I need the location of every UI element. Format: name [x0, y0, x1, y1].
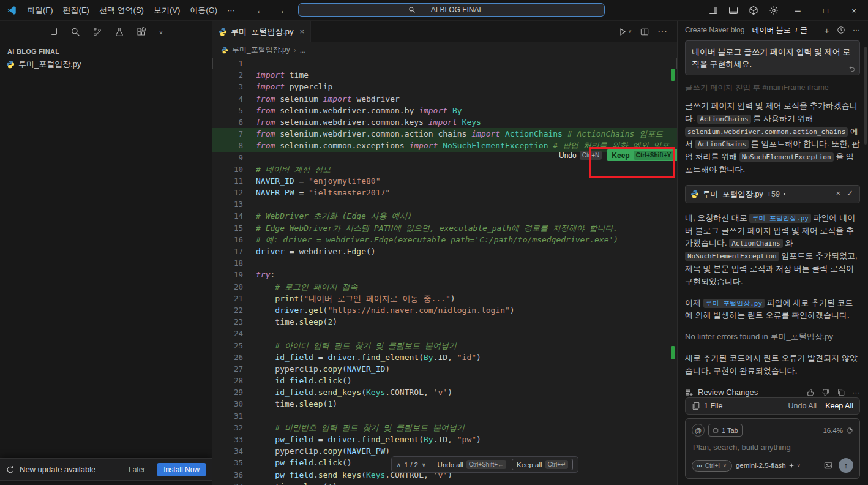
user-message-bubble[interactable]: 네이버 블로그 글쓰기 페이지 입력 및 제어 로직을 구현하세요.: [685, 40, 860, 75]
menu-item[interactable]: 이동(G): [185, 0, 222, 21]
settings-gear-icon[interactable]: [769, 6, 779, 15]
code-line[interactable]: 20 # 로그인 페이지 접속: [212, 281, 677, 293]
code-line[interactable]: 14# WebDriver 초기화 (Edge 사용 예시): [212, 210, 677, 222]
code-line[interactable]: 15# Edge WebDriver가 시스템 PATH에 없으면, execu…: [212, 222, 677, 234]
file-link[interactable]: 루미_포털입장.py: [749, 214, 811, 223]
line-content: id_field = driver.find_element(By.ID, "i…: [256, 352, 677, 363]
menu-item[interactable]: 보기(V): [149, 0, 185, 21]
send-button[interactable]: ↑: [839, 458, 853, 473]
search-icon[interactable]: [70, 27, 80, 37]
run-python-button[interactable]: ∨: [618, 28, 632, 36]
command-center-search[interactable]: [298, 3, 605, 17]
file-tree-item[interactable]: 루미_포털입장.py: [0, 58, 212, 71]
layout-panel-icon[interactable]: [728, 6, 738, 15]
copy-icon[interactable]: [837, 388, 845, 397]
menu-item[interactable]: 선택 영역(S): [94, 0, 149, 21]
undo-all-button[interactable]: Undo all Ctrl+Shift+←: [438, 460, 506, 469]
breadcrumb-more[interactable]: ...: [300, 46, 306, 55]
overview-ruler[interactable]: [668, 21, 677, 485]
agent-mode-chip[interactable]: ∞ Ctrl+I ∨: [692, 460, 732, 472]
search-input[interactable]: [419, 5, 495, 15]
minimize-button[interactable]: ─: [784, 0, 812, 21]
code-line[interactable]: 34 pyperclip.copy(NAVER_PW): [212, 445, 677, 457]
code-line[interactable]: 37 time.sleep(1): [212, 481, 677, 485]
code-line[interactable]: 5from selenium.webdriver.common.by impor…: [212, 105, 677, 116]
keep-icon[interactable]: ✓: [845, 187, 855, 200]
add-context-button[interactable]: @: [692, 424, 705, 437]
install-now-button[interactable]: Install Now: [157, 463, 206, 476]
thumbs-down-icon[interactable]: [821, 388, 830, 397]
discard-icon[interactable]: ×: [835, 187, 842, 200]
code-line[interactable]: 31: [212, 410, 677, 422]
code-line[interactable]: 2import time: [212, 69, 677, 81]
keep-all-files-button[interactable]: Keep All: [825, 402, 853, 410]
undo-all-files-button[interactable]: Undo All: [788, 402, 817, 410]
split-editor-icon[interactable]: [640, 28, 649, 36]
code-line[interactable]: 13: [212, 198, 677, 210]
code-line[interactable]: 12NAVER_PW = "ieltsmaster2017": [212, 187, 677, 198]
back-icon[interactable]: ←: [256, 5, 265, 15]
thumbs-up-icon[interactable]: [806, 388, 815, 397]
code-line[interactable]: 23 time.sleep(2): [212, 316, 677, 328]
history-icon[interactable]: [837, 26, 845, 34]
code-line[interactable]: 25 # 아이디 입력 필드 찾기 및 클립보드 붙여넣기: [212, 340, 677, 352]
code-line[interactable]: 21 print("네이버 로그인 페이지로 이동 중..."): [212, 293, 677, 304]
code-line[interactable]: 26 id_field = driver.find_element(By.ID,…: [212, 352, 677, 363]
code-line[interactable]: 3import pyperclip: [212, 81, 677, 92]
code-line[interactable]: 16# 예: driver = webdriver.Edge(executabl…: [212, 234, 677, 246]
code-line[interactable]: 32 # 비밀번호 입력 필드 찾기 및 클립보드 붙여넣기: [212, 422, 677, 434]
layout-sidebar-icon[interactable]: [708, 6, 718, 15]
code-line[interactable]: 28 id_field.click(): [212, 375, 677, 386]
more-actions-icon[interactable]: ···: [657, 26, 667, 37]
undo-arrow-icon[interactable]: [848, 65, 856, 72]
maximize-button[interactable]: □: [812, 0, 840, 21]
code-line[interactable]: 24: [212, 328, 677, 339]
context-tab-chip[interactable]: 1 Tab: [708, 424, 743, 437]
breadcrumb[interactable]: 루미_포털입장.py › ...: [212, 42, 677, 58]
testing-beaker-icon[interactable]: [114, 27, 124, 37]
close-button[interactable]: ×: [840, 0, 868, 21]
code-line[interactable]: 4from selenium import webdriver: [212, 93, 677, 105]
keep-all-button[interactable]: Keep all Ctrl+↵: [512, 459, 573, 470]
code-line[interactable]: 30 time.sleep(1): [212, 398, 677, 410]
breadcrumb-file[interactable]: 루미_포털입장.py: [232, 45, 290, 55]
new-chat-icon[interactable]: +: [824, 25, 829, 36]
code-line[interactable]: 7from selenium.webdriver.common.action_c…: [212, 128, 677, 140]
review-more-icon[interactable]: ···: [852, 386, 860, 397]
chat-session-tab[interactable]: Create Naver blog: [685, 26, 744, 34]
editor-tab[interactable]: 루미_포털입장.py ×: [212, 21, 311, 42]
menu-item[interactable]: ···: [222, 0, 240, 21]
code-area[interactable]: 12import time3import pyperclip4from sele…: [212, 58, 677, 485]
review-changes-label[interactable]: Review Changes: [698, 386, 758, 397]
model-picker[interactable]: gemini-2.5-flash ∨: [736, 462, 801, 469]
chat-scrollbar[interactable]: [864, 47, 867, 145]
source-control-icon[interactable]: [92, 27, 102, 37]
workspace-root-label[interactable]: AI BLOG FINAL: [0, 43, 212, 58]
chat-prompt-input[interactable]: [692, 442, 853, 453]
later-button[interactable]: Later: [129, 465, 145, 474]
extensions-icon[interactable]: [137, 27, 146, 37]
explorer-icon[interactable]: [48, 27, 58, 37]
chat-more-icon[interactable]: ···: [853, 26, 860, 34]
tab-close-icon[interactable]: ×: [300, 27, 305, 36]
code-line[interactable]: 22 driver.get("https://nid.naver.com/nid…: [212, 304, 677, 316]
menu-item[interactable]: 파일(F): [22, 0, 58, 21]
prev-change-icon[interactable]: ∧: [397, 462, 401, 468]
code-line[interactable]: 33 pw_field = driver.find_element(By.ID,…: [212, 434, 677, 445]
code-line[interactable]: 29 id_field.send_keys(Keys.CONTROL, 'v'): [212, 386, 677, 398]
edited-file-card[interactable]: 루미_포털입장.py+59•×✓: [685, 185, 860, 203]
code-line[interactable]: 1: [212, 58, 677, 69]
file-link[interactable]: 루미_포털입장.py: [703, 299, 765, 308]
menu-item[interactable]: 편집(E): [58, 0, 94, 21]
extensions-cube-icon[interactable]: [749, 6, 758, 15]
chat-session-tab[interactable]: 네이버 블로그 글: [752, 25, 807, 36]
forward-icon[interactable]: →: [276, 5, 285, 15]
code-line[interactable]: 27 pyperclip.copy(NAVER_ID): [212, 363, 677, 375]
code-line[interactable]: 19try:: [212, 269, 677, 280]
code-line[interactable]: 17driver = webdriver.Edge(): [212, 246, 677, 257]
code-line[interactable]: 18: [212, 257, 677, 269]
next-change-icon[interactable]: ∨: [422, 462, 426, 468]
attach-image-icon[interactable]: [824, 461, 832, 470]
chevron-down-icon[interactable]: ∨: [159, 29, 163, 36]
code-line[interactable]: 6from selenium.webdriver.common.keys imp…: [212, 116, 677, 128]
